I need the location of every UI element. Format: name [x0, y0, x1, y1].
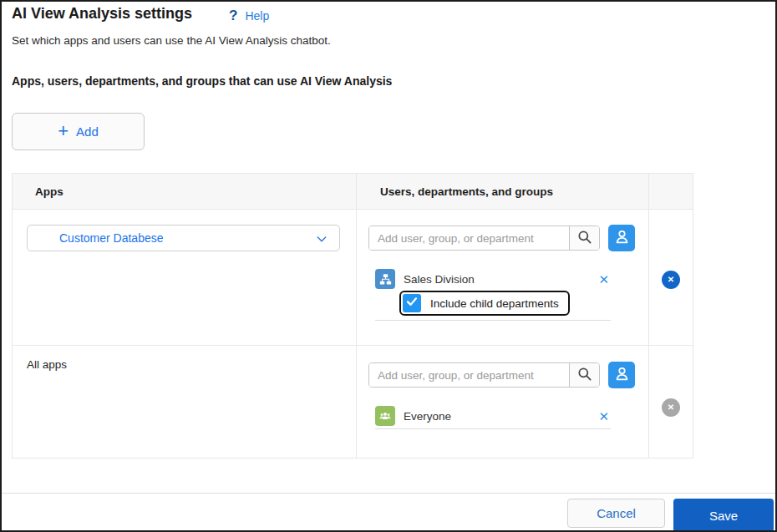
remove-member-icon[interactable]: ✕ — [597, 410, 611, 423]
member-name: Everyone — [404, 410, 597, 423]
column-header-actions — [649, 174, 693, 209]
member-item: Everyone ✕ — [375, 406, 611, 429]
include-child-departments-checkbox[interactable] — [403, 294, 421, 312]
add-button[interactable]: + Add — [12, 113, 145, 150]
member-name: Sales Division — [404, 273, 597, 286]
add-people-icon — [613, 228, 631, 248]
all-apps-label: All apps — [27, 358, 67, 371]
app-select-dropdown[interactable]: Customer Databese — [27, 225, 340, 251]
member-search-group — [368, 225, 648, 251]
search-icon — [576, 229, 592, 247]
chevron-down-icon — [315, 232, 328, 249]
app-select-value: Customer Databese — [59, 231, 164, 245]
table-row: Customer Databese — [13, 210, 693, 346]
include-child-departments-box: Include child departments — [399, 291, 570, 316]
remove-row-button[interactable]: ✕ — [662, 271, 680, 289]
column-header-users: Users, departments, and groups — [357, 174, 649, 209]
member-search-group — [368, 362, 648, 388]
page-title: AI View Analysis settings — [12, 5, 192, 23]
everyone-group-icon — [375, 406, 395, 426]
add-people-icon — [613, 365, 631, 385]
table-row: All apps — [13, 346, 693, 458]
include-child-departments-label: Include child departments — [430, 297, 559, 310]
member-chip: Sales Division ✕ — [375, 269, 611, 289]
member-search-input[interactable] — [369, 226, 569, 250]
search-icon — [576, 366, 592, 384]
member-search-box — [368, 225, 600, 251]
users-cell: Everyone ✕ — [357, 346, 649, 458]
help-group[interactable]: ? Help — [229, 8, 269, 23]
member-search-input[interactable] — [369, 363, 569, 387]
member-search-box — [368, 362, 600, 388]
footer-divider — [2, 493, 775, 494]
page-subtitle: Set which apps and users can use the AI … — [12, 34, 331, 47]
search-button[interactable] — [569, 363, 599, 387]
table-header-row: Apps Users, departments, and groups — [13, 174, 693, 210]
save-button[interactable]: Save — [673, 499, 774, 532]
department-icon — [375, 269, 395, 289]
help-link[interactable]: Help — [245, 9, 269, 23]
column-header-apps: Apps — [13, 174, 357, 209]
add-people-button[interactable] — [608, 362, 635, 388]
section-heading: Apps, users, departments, and groups tha… — [12, 74, 392, 88]
remove-row-button-disabled[interactable]: ✕ — [662, 398, 680, 417]
member-chip: Everyone ✕ — [375, 406, 611, 426]
apps-cell: Customer Databese — [13, 210, 357, 345]
remove-member-icon[interactable]: ✕ — [597, 273, 611, 286]
cancel-button[interactable]: Cancel — [567, 499, 665, 528]
search-button[interactable] — [569, 226, 599, 250]
users-cell: Sales Division ✕ Include child departmen… — [357, 210, 649, 345]
permissions-table: Apps Users, departments, and groups Cust… — [12, 173, 693, 459]
member-item: Sales Division ✕ Include child departmen… — [375, 269, 611, 321]
add-button-label: Add — [76, 124, 99, 139]
settings-page: AI View Analysis settings ? Help Set whi… — [0, 0, 777, 532]
checkmark-icon — [405, 295, 419, 312]
plus-icon: + — [58, 122, 69, 140]
apps-cell: All apps — [13, 346, 357, 458]
add-people-button[interactable] — [608, 225, 635, 251]
row-actions-cell: ✕ — [649, 346, 693, 458]
question-mark-icon: ? — [229, 8, 237, 23]
row-actions-cell: ✕ — [649, 210, 693, 345]
